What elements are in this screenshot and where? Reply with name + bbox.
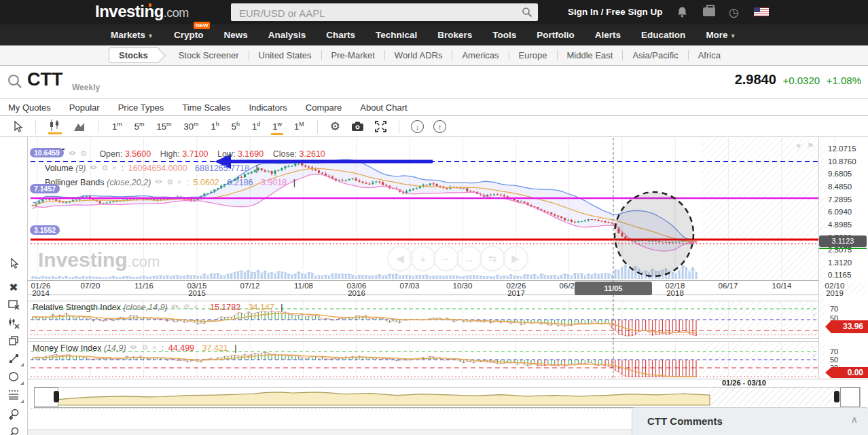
timeframe-1h[interactable]: 1h bbox=[209, 118, 220, 135]
subnav-africa[interactable]: Africa bbox=[688, 50, 730, 60]
subnav-united-states[interactable]: United States bbox=[249, 50, 321, 60]
recent-history-clock-icon[interactable]: ◷ bbox=[729, 5, 739, 20]
chart-pan-right-button[interactable]: ▶ bbox=[503, 246, 528, 271]
timeframe-15m[interactable]: 15m bbox=[155, 118, 173, 135]
subnav-europe[interactable]: Europe bbox=[509, 50, 557, 60]
menu-time-scales[interactable]: Time Scales bbox=[182, 102, 230, 113]
subnav-world-adrs[interactable]: World ADRs bbox=[384, 50, 452, 60]
comments-panel[interactable]: CTT Comments ∧ bbox=[632, 407, 868, 435]
nav-more[interactable]: More▼ bbox=[706, 30, 736, 40]
pointer-tool-icon[interactable] bbox=[12, 121, 23, 133]
ellipse-tool-icon[interactable] bbox=[0, 372, 27, 383]
navigator-right-handle[interactable] bbox=[834, 391, 839, 402]
settings-gear-icon[interactable]: ⚙ bbox=[183, 303, 190, 311]
close-icon[interactable]: × bbox=[152, 343, 156, 352]
nav-charts[interactable]: Charts bbox=[326, 30, 355, 40]
timeframe-5h[interactable]: 5h bbox=[230, 118, 241, 135]
navigator-right-window[interactable] bbox=[840, 387, 860, 407]
quote-search-box[interactable] bbox=[231, 3, 538, 21]
close-icon[interactable]: × bbox=[194, 303, 198, 311]
timeframe-1d[interactable]: 1d bbox=[251, 118, 261, 135]
subnav-americas[interactable]: Americas bbox=[452, 50, 508, 60]
timeframe-1w-active[interactable]: 1w bbox=[271, 118, 283, 135]
zoom-out-icon[interactable] bbox=[0, 427, 27, 435]
cursor-tool-icon[interactable] bbox=[0, 258, 27, 271]
copy-chart-icon[interactable] bbox=[0, 336, 27, 348]
pane-checkbox-icon[interactable]: ▫ bbox=[812, 303, 814, 310]
menu-my-quotes[interactable]: My Quotes bbox=[8, 102, 51, 113]
nav-crypto-label: Crypto bbox=[174, 30, 204, 40]
notifications-bell-icon[interactable] bbox=[676, 6, 688, 20]
subnav-stocks-active[interactable]: Stocks bbox=[109, 48, 160, 63]
area-chart-type-icon[interactable] bbox=[73, 121, 86, 132]
subnav-middle-east[interactable]: Middle East bbox=[557, 50, 623, 60]
chart-zoom-x-button[interactable]: ↔ bbox=[456, 246, 482, 271]
close-icon[interactable]: × bbox=[177, 178, 181, 186]
nav-alerts[interactable]: Alerts bbox=[595, 30, 621, 40]
delete-selection-icon[interactable] bbox=[0, 300, 27, 312]
visibility-eye-icon[interactable] bbox=[170, 303, 179, 311]
menu-compare[interactable]: Compare bbox=[306, 102, 342, 113]
navigator-left-handle[interactable] bbox=[54, 391, 59, 402]
zoom-in-icon[interactable] bbox=[0, 409, 27, 422]
close-icon[interactable]: × bbox=[112, 164, 116, 172]
nav-brokers[interactable]: Brokers bbox=[437, 30, 472, 40]
nav-tools[interactable]: Tools bbox=[492, 30, 516, 40]
candlestick-chart-type-icon[interactable] bbox=[48, 119, 62, 134]
chart-zoom-out-button[interactable]: − bbox=[433, 246, 459, 271]
menu-price-types[interactable]: Price Types bbox=[118, 102, 164, 113]
save-chart-download-icon[interactable]: ↓ bbox=[411, 120, 424, 133]
nav-news[interactable]: News bbox=[223, 30, 247, 40]
remove-indicators-icon[interactable] bbox=[0, 318, 27, 331]
navigator-track[interactable] bbox=[34, 387, 861, 408]
pane-close-icon[interactable]: × bbox=[812, 311, 816, 319]
chart-zoom-reset-button[interactable]: ⇆ bbox=[480, 246, 505, 271]
trendline-tool-icon[interactable] bbox=[0, 354, 27, 366]
menu-about-chart[interactable]: About Chart bbox=[360, 102, 407, 113]
sign-in-link[interactable]: Sign In / Free Sign Up bbox=[568, 7, 663, 17]
timeframe-1m[interactable]: 1m bbox=[111, 118, 124, 135]
load-chart-upload-icon[interactable]: ↑ bbox=[433, 120, 446, 133]
visibility-eye-icon[interactable] bbox=[154, 178, 163, 186]
nav-education[interactable]: Education bbox=[641, 30, 685, 40]
visibility-eye-icon[interactable] bbox=[89, 164, 98, 172]
settings-gear-icon[interactable]: ⚙ bbox=[80, 149, 87, 157]
screenshot-camera-icon[interactable] bbox=[351, 121, 364, 132]
nav-crypto[interactable]: CryptoNEW bbox=[174, 30, 204, 40]
investing-logo[interactable]: Investing.com bbox=[95, 2, 189, 21]
search-input[interactable] bbox=[238, 3, 519, 22]
nav-portfolio[interactable]: Portfolio bbox=[537, 30, 575, 40]
timeframe-1M[interactable]: 1M bbox=[293, 118, 306, 135]
timeframe-30m[interactable]: 30m bbox=[182, 118, 200, 135]
pane-close-icon[interactable]: × bbox=[812, 352, 816, 360]
collapsed-panel-strip bbox=[0, 430, 633, 435]
settings-gear-icon[interactable]: ⚙ bbox=[142, 343, 149, 352]
visibility-eye-icon[interactable] bbox=[68, 149, 77, 157]
settings-gear-icon[interactable]: ⚙ bbox=[330, 119, 340, 134]
chart-zoom-in-button[interactable]: + bbox=[410, 246, 436, 271]
visibility-eye-icon[interactable] bbox=[129, 343, 138, 352]
fibonacci-lines-tool-icon[interactable] bbox=[0, 390, 27, 402]
symbol-search-icon[interactable] bbox=[7, 73, 23, 92]
subnav-asia-pacific[interactable]: Asia/Pacific bbox=[622, 50, 687, 60]
nav-analysis[interactable]: Analysis bbox=[268, 30, 306, 40]
chevron-up-icon[interactable]: ∧ bbox=[851, 414, 858, 425]
subnav-stock-screener[interactable]: Stock Screener bbox=[169, 50, 249, 60]
delete-all-drawings-icon[interactable]: ✖ bbox=[0, 281, 27, 294]
menu-indicators[interactable]: Indicators bbox=[249, 102, 287, 113]
settings-gear-icon[interactable]: ⚙ bbox=[101, 164, 108, 172]
flag-marker-icon[interactable]: ⚑ bbox=[807, 141, 814, 151]
timeframe-5m[interactable]: 5m bbox=[133, 118, 146, 135]
favorite-heart-icon[interactable]: ♥ bbox=[796, 141, 801, 151]
nav-technical[interactable]: Technical bbox=[376, 30, 417, 40]
language-flag-icon[interactable] bbox=[754, 7, 769, 16]
fullscreen-icon[interactable] bbox=[375, 121, 386, 132]
pane-checkbox-icon[interactable]: ▫ bbox=[812, 343, 814, 351]
settings-gear-icon[interactable]: ⚙ bbox=[166, 178, 173, 186]
menu-popular[interactable]: Popular bbox=[69, 102, 100, 113]
chart-pan-left-button[interactable]: ◀ bbox=[387, 246, 413, 271]
portfolio-briefcase-icon[interactable] bbox=[703, 7, 715, 16]
subnav-pre-market[interactable]: Pre-Market bbox=[321, 50, 384, 60]
search-icon[interactable] bbox=[522, 7, 532, 20]
nav-markets[interactable]: Markets▼ bbox=[111, 30, 153, 40]
